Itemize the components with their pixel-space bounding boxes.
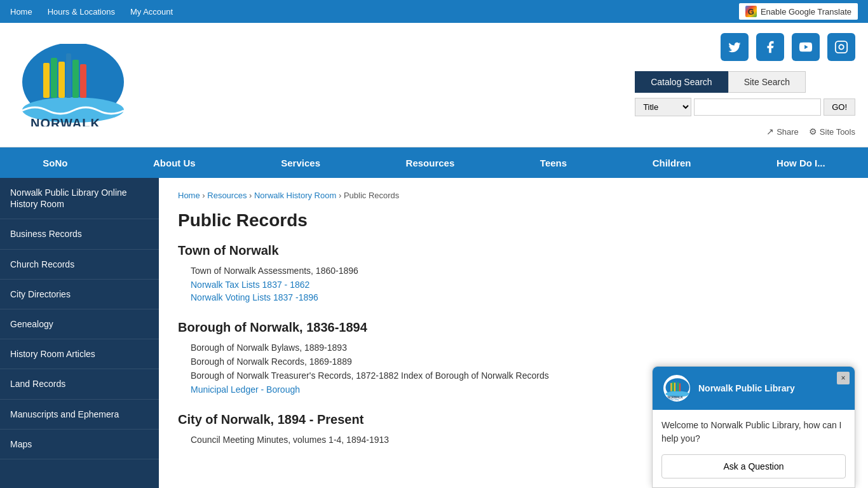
chat-logo: NORWALK Public Library [661,373,692,403]
breadcrumb-history-room[interactable]: Norwalk History Room [254,191,336,200]
nav-children[interactable]: Children [642,147,702,178]
sidebar-history-articles[interactable]: History Room Articles [0,339,159,369]
svg-rect-15 [670,383,672,391]
svg-rect-11 [836,41,847,53]
gear-icon: ⚙ [809,126,817,137]
svg-rect-7 [72,60,79,98]
sidebar: Norwalk Public Library Online History Ro… [0,178,159,488]
chat-widget: NORWALK Public Library Norwalk Public Li… [652,366,855,488]
translate-area[interactable]: G Enable Google Translate [739,3,858,20]
search-input[interactable] [694,98,821,116]
borough-records-text: Borough of Norwalk Records, 1869-1889 [178,356,849,367]
svg-text:Public Library: Public Library [669,398,679,401]
sidebar-genealogy[interactable]: Genealogy [0,309,159,339]
nav-teens[interactable]: Teens [530,147,577,178]
header-actions: ↗ Share ⚙ Site Tools [635,126,855,137]
svg-rect-19 [677,383,679,391]
nav-services[interactable]: Services [271,147,330,178]
search-select[interactable]: Title Author Subject Keyword [635,98,691,116]
sidebar-maps[interactable]: Maps [0,430,159,459]
tax-lists-link[interactable]: Norwalk Tax Lists 1837 - 1862 [178,280,849,290]
hours-link[interactable]: Hours & Locations [48,7,115,17]
sidebar-manuscripts[interactable]: Manuscripts and Ephemera [0,400,159,430]
nav-about[interactable]: About Us [143,147,206,178]
breadcrumb-sep-3: › [339,191,344,200]
social-icons [721,33,855,61]
svg-rect-16 [672,382,674,391]
breadcrumb-current: Public Records [344,191,399,200]
town-norwalk-title: Town of Norwalk [178,243,849,258]
town-norwalk-section: Town of Norwalk Town of Norwalk Assessme… [178,243,849,302]
library-logo: NORWALK Public Library [13,44,127,126]
breadcrumb-sep-2: › [249,191,254,200]
instagram-icon[interactable] [827,33,855,61]
svg-rect-5 [58,62,65,98]
search-row: Title Author Subject Keyword GO! [635,98,855,116]
chat-title-area: Norwalk Public Library [698,383,846,393]
nav-howdoi[interactable]: How Do I... [766,147,836,178]
chat-ask-button[interactable]: Ask a Question [661,454,846,478]
breadcrumb: Home › Resources › Norwalk History Room … [178,191,849,200]
chat-close-button[interactable]: × [837,372,850,384]
page-title: Public Records [178,210,849,231]
nav-resources[interactable]: Resources [396,147,465,178]
svg-rect-8 [80,64,86,98]
borough-bylaws-text: Borough of Norwalk Bylaws, 1889-1893 [178,342,849,353]
logo-area: NORWALK Public Library [13,44,127,126]
chat-header: NORWALK Public Library Norwalk Public Li… [653,367,855,410]
main-nav: SoNo About Us Services Resources Teens C… [0,147,868,178]
borough-norwalk-title: Borough of Norwalk, 1836-1894 [178,320,849,335]
chat-body: Welcome to Norwalk Public Library, how c… [653,410,855,487]
breadcrumb-home[interactable]: Home [178,191,200,200]
share-link[interactable]: ↗ Share [766,126,799,137]
svg-rect-4 [51,58,57,98]
sidebar-history-room[interactable]: Norwalk Public Library Online History Ro… [0,178,159,219]
myaccount-link[interactable]: My Account [130,7,173,17]
nav-sono[interactable]: SoNo [32,147,78,178]
top-bar-links: Home Hours & Locations My Account [10,7,173,17]
site-search-tab[interactable]: Site Search [728,71,806,93]
google-translate-icon: G [745,6,757,17]
svg-rect-17 [674,383,675,391]
translate-label: Enable Google Translate [761,7,851,17]
svg-rect-20 [679,383,681,391]
top-bar: Home Hours & Locations My Account G Enab… [0,0,868,23]
search-area: Catalog Search Site Search Title Author … [635,71,855,137]
town-assessments-text: Town of Norwalk Assessments, 1860-1896 [178,266,849,276]
breadcrumb-resources[interactable]: Resources [207,191,247,200]
share-icon: ↗ [766,126,774,137]
sidebar-business-records[interactable]: Business Records [0,219,159,249]
sidebar-city-directories[interactable]: City Directories [0,280,159,309]
chat-welcome-text: Welcome to Norwalk Public Library, how c… [661,419,846,445]
svg-text:NORWALK: NORWALK [668,396,684,399]
search-tabs: Catalog Search Site Search [635,71,855,93]
facebook-icon[interactable] [756,33,784,61]
svg-text:NORWALK: NORWALK [31,116,100,126]
svg-rect-18 [676,381,677,391]
sitetools-link[interactable]: ⚙ Site Tools [809,126,855,137]
svg-rect-3 [43,63,50,98]
catalog-search-tab[interactable]: Catalog Search [635,71,728,93]
social-and-search: Catalog Search Site Search Title Author … [635,33,855,137]
voting-lists-link[interactable]: Norwalk Voting Lists 1837 -1896 [178,292,849,302]
search-go-button[interactable]: GO! [824,98,855,116]
header: NORWALK Public Library Catalog Search Si… [0,23,868,147]
youtube-icon[interactable] [792,33,820,61]
sidebar-land-records[interactable]: Land Records [0,369,159,399]
sidebar-church-records[interactable]: Church Records [0,250,159,280]
twitter-icon[interactable] [721,33,749,61]
svg-rect-6 [66,53,71,98]
chat-library-name: Norwalk Public Library [698,383,846,393]
home-link[interactable]: Home [10,7,32,17]
